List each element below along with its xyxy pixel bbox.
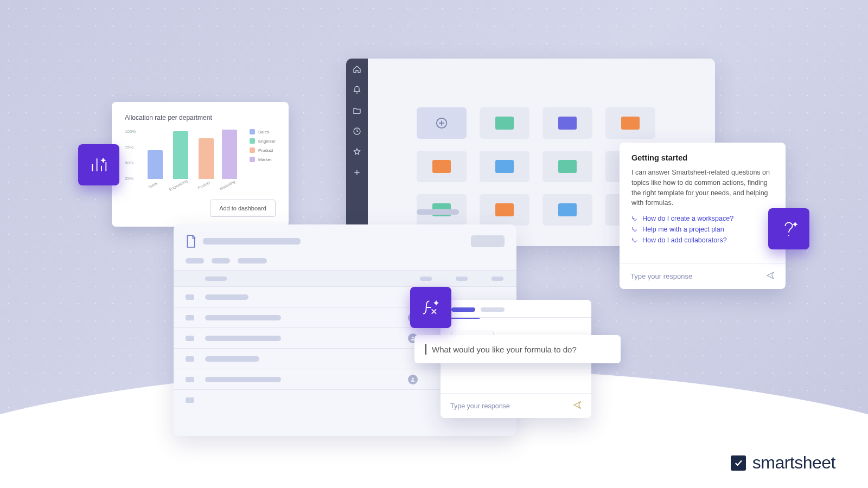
brand-logo: smartsheet xyxy=(731,453,835,473)
help-link-workspace[interactable]: How do I create a workspace? xyxy=(631,215,774,222)
sheet-toolbar xyxy=(174,258,516,270)
help-link-collaborators[interactable]: How do I add collaborators? xyxy=(631,236,774,244)
tile-sheet-1[interactable] xyxy=(417,151,467,182)
tile-sheet-green[interactable] xyxy=(542,151,592,182)
formula-tab-active[interactable] xyxy=(451,307,475,312)
tile-sheet-orange[interactable] xyxy=(605,107,655,139)
chart-title: Allocation rate per department xyxy=(125,114,276,121)
app-nav-rail xyxy=(346,59,368,246)
bar-engineering xyxy=(173,131,188,179)
send-icon[interactable] xyxy=(573,401,582,411)
sheet-title-stub xyxy=(203,238,301,245)
tile-sheet-blue2[interactable] xyxy=(542,194,592,226)
bell-icon[interactable] xyxy=(353,86,361,97)
tile-new[interactable] xyxy=(417,107,467,139)
help-body: I can answer Smartsheet-related question… xyxy=(631,168,774,208)
bar-marketing xyxy=(222,130,237,179)
svg-point-4 xyxy=(412,336,413,338)
sheet-icon xyxy=(186,234,196,248)
tile-selected-label xyxy=(417,209,459,215)
formula-tabs xyxy=(441,300,591,312)
chart-legend: Sales Engineer Product Market xyxy=(250,129,276,189)
sheet-header xyxy=(174,224,516,258)
text-cursor xyxy=(425,344,426,355)
tile-sheet-blue[interactable] xyxy=(480,151,529,182)
chart-bars: Sales Engineering Product Marketing xyxy=(143,129,242,189)
send-icon[interactable] xyxy=(766,271,775,281)
sheet-action-stub[interactable] xyxy=(471,235,505,247)
help-panel: Getting started I can answer Smartsheet-… xyxy=(620,143,786,289)
brand-name: smartsheet xyxy=(752,453,835,473)
sheet-header-row xyxy=(174,270,516,286)
help-suggestions: How do I create a workspace? Help me wit… xyxy=(631,215,774,244)
add-to-dashboard-button[interactable]: Add to dashboard xyxy=(210,200,276,217)
chart-card: Allocation rate per department 100% 75% … xyxy=(112,102,289,227)
logo-mark-icon xyxy=(731,455,746,471)
tile-sheet-orange3[interactable] xyxy=(480,194,529,226)
help-link-project-plan[interactable]: Help me with a project plan xyxy=(631,226,774,233)
help-title: Getting started xyxy=(631,153,774,162)
formula-prompt-input[interactable]: What would you like your formula to do? xyxy=(414,335,621,363)
person-icon xyxy=(408,375,418,384)
star-icon[interactable] xyxy=(353,147,361,158)
tile-report[interactable] xyxy=(542,107,592,139)
ai-formula-badge xyxy=(410,287,451,328)
bar-product xyxy=(199,138,214,179)
bar-sales xyxy=(148,150,163,179)
formula-mini-input[interactable]: Type your response xyxy=(441,393,591,418)
clock-icon[interactable] xyxy=(353,127,361,138)
ai-help-badge xyxy=(768,208,809,249)
formula-prompt-placeholder: What would you like your formula to do? xyxy=(432,345,577,354)
ai-chart-badge xyxy=(78,144,119,185)
tile-dashboard[interactable] xyxy=(480,107,529,139)
folder-icon[interactable] xyxy=(353,106,361,117)
svg-point-6 xyxy=(412,377,413,379)
plus-icon[interactable] xyxy=(353,168,361,179)
chart-y-axis: 100% 75% 50% 25% xyxy=(125,129,136,189)
formula-tab[interactable] xyxy=(481,307,505,312)
help-input[interactable]: Type your response xyxy=(620,263,786,289)
home-icon[interactable] xyxy=(353,65,361,76)
